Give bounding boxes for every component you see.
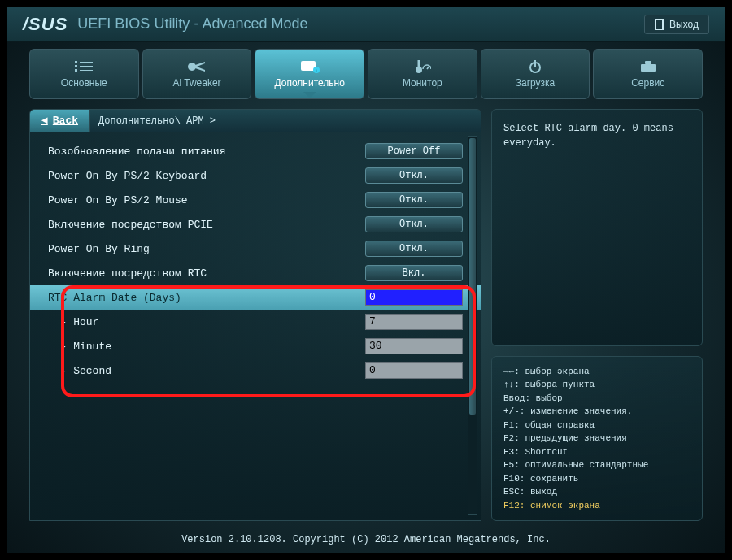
setting-row[interactable]: Возобновление подачи питанияPower Off <box>30 139 481 163</box>
shortcut-line: F3: Shortcut <box>503 445 691 459</box>
asus-logo: /SUS <box>23 14 68 35</box>
shortcut-line: F12: снимок экрана <box>503 499 691 513</box>
setting-dropdown[interactable]: Power Off <box>365 143 463 159</box>
svg-rect-1 <box>80 62 93 63</box>
setting-label: - Second <box>48 365 365 377</box>
nav-tabs: Основные Ai Tweaker i Дополнительно Мони… <box>7 42 725 99</box>
tab-label: Монитор <box>403 77 442 89</box>
tab-advanced[interactable]: i Дополнительно <box>255 49 364 99</box>
back-label: Back <box>53 115 78 127</box>
tab-label: Дополнительно <box>274 77 344 89</box>
setting-input[interactable]: 7 <box>365 314 463 330</box>
bios-window: /SUS UEFI BIOS Utility - Advanced Mode В… <box>5 5 727 555</box>
shortcut-line: F2: предыдущие значения <box>503 432 691 445</box>
tab-monitor[interactable]: Монитор <box>368 49 477 99</box>
setting-dropdown[interactable]: Откл. <box>365 167 463 184</box>
back-button[interactable]: ◄ Back <box>30 110 90 132</box>
breadcrumb-path: Дополнительно\ APM > <box>90 115 224 127</box>
footer-version: Version 2.10.1208. Copyright (C) 2012 Am… <box>7 534 725 545</box>
scrollbar[interactable] <box>468 136 477 515</box>
setting-row[interactable]: Включение посредством PCIEОткл. <box>30 212 481 237</box>
shortcut-line: Ввод: выбор <box>503 392 691 406</box>
shortcut-panel: →←: выбор экрана↑↓: выбора пунктаВвод: в… <box>491 356 703 522</box>
setting-input[interactable]: 30 <box>365 338 463 354</box>
setting-label: RTC Alarm Date (Days) <box>48 292 365 304</box>
help-panel: Select RTC alarm day. 0 means everyday. <box>491 109 703 346</box>
setting-label: Возобновление подачи питания <box>48 145 365 158</box>
toolbox-icon <box>638 59 659 74</box>
breadcrumb: ◄ Back Дополнительно\ APM > <box>30 110 481 132</box>
settings-list: Возобновление подачи питанияPower OffPow… <box>30 132 481 396</box>
svg-rect-4 <box>75 69 77 72</box>
setting-row[interactable]: RTC Alarm Date (Days)0 <box>30 285 481 310</box>
setting-row[interactable]: Power On By PS/2 MouseОткл. <box>30 188 481 212</box>
shortcut-line: ESC: выход <box>503 485 691 499</box>
setting-row[interactable]: - Hour7 <box>30 310 481 334</box>
setting-dropdown[interactable]: Откл. <box>365 192 463 208</box>
shortcut-line: +/-: изменение значения. <box>503 405 691 419</box>
shortcut-line: F1: общая справка <box>503 419 691 432</box>
setting-dropdown[interactable]: Откл. <box>365 216 463 232</box>
svg-rect-0 <box>75 61 77 63</box>
scroll-thumb[interactable] <box>469 138 476 415</box>
arrow-left-icon: ◄ <box>41 115 48 127</box>
main-panel: ◄ Back Дополнительно\ APM > Возобновлени… <box>29 109 481 521</box>
tab-label: Загрузка <box>516 77 556 89</box>
setting-row[interactable]: Включение посредством RTCВкл. <box>30 261 481 285</box>
svg-rect-5 <box>80 70 93 71</box>
svg-line-12 <box>427 66 429 69</box>
content-area: ◄ Back Дополнительно\ APM > Возобновлени… <box>29 109 703 521</box>
tab-tools[interactable]: Сервис <box>593 49 703 99</box>
tab-label: Сервис <box>631 77 664 89</box>
svg-point-6 <box>188 63 196 71</box>
svg-text:i: i <box>316 68 316 73</box>
setting-label: Включение посредством RTC <box>48 267 365 280</box>
setting-label: Включение посредством PCIE <box>48 219 365 231</box>
setting-input[interactable]: 0 <box>365 362 463 379</box>
thermometer-icon <box>412 59 433 74</box>
help-text: Select RTC alarm day. 0 means everyday. <box>503 121 691 150</box>
exit-label: Выход <box>669 19 699 30</box>
shortcut-line: →←: выбор экрана <box>503 365 691 379</box>
tab-label: Основные <box>61 77 107 89</box>
setting-label: - Hour <box>48 316 365 328</box>
setting-row[interactable]: Power On By RingОткл. <box>30 237 481 261</box>
shortcut-line: ↑↓: выбора пункта <box>503 378 691 392</box>
shortcut-line: F10: сохранить <box>503 472 691 486</box>
svg-rect-11 <box>418 60 420 68</box>
setting-row[interactable]: - Second0 <box>30 358 481 383</box>
setting-row[interactable]: Power On By PS/2 KeyboardОткл. <box>30 163 481 188</box>
setting-label: Power On By Ring <box>48 243 365 255</box>
list-icon <box>73 59 94 74</box>
setting-dropdown[interactable]: Вкл. <box>365 265 463 281</box>
svg-rect-2 <box>75 65 77 67</box>
shortcut-line: F5: оптимальные стандартные <box>503 458 691 472</box>
tab-label: Ai Tweaker <box>172 77 220 89</box>
tab-boot[interactable]: Загрузка <box>481 49 590 99</box>
svg-rect-16 <box>645 61 651 64</box>
setting-label: Power On By PS/2 Keyboard <box>48 170 365 182</box>
svg-rect-3 <box>80 66 93 67</box>
tab-main[interactable]: Основные <box>29 49 139 99</box>
setting-row[interactable]: - Minute30 <box>30 334 481 358</box>
power-icon <box>525 59 546 74</box>
ai-icon <box>186 59 207 74</box>
tab-ai-tweaker[interactable]: Ai Tweaker <box>142 49 252 99</box>
setting-label: Power On By PS/2 Mouse <box>48 194 365 206</box>
header-bar: /SUS UEFI BIOS Utility - Advanced Mode В… <box>7 7 725 42</box>
setting-dropdown[interactable]: Откл. <box>365 241 463 257</box>
exit-button[interactable]: Выход <box>644 15 709 34</box>
setting-label: - Minute <box>48 341 365 353</box>
door-icon <box>655 19 664 30</box>
chip-icon: i <box>299 59 320 74</box>
side-panels: Select RTC alarm day. 0 means everyday. … <box>491 109 703 521</box>
svg-rect-15 <box>641 64 656 72</box>
page-title: UEFI BIOS Utility - Advanced Mode <box>77 15 307 33</box>
setting-input[interactable]: 0 <box>365 289 463 306</box>
